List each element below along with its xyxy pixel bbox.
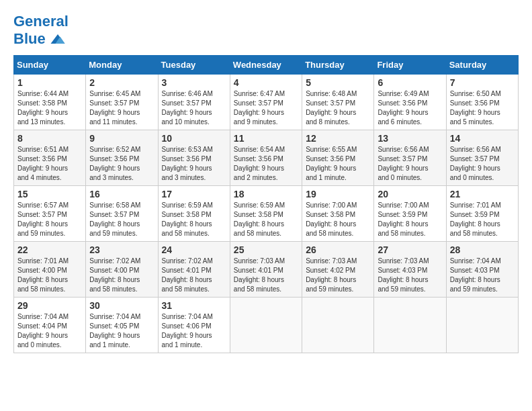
calendar-cell: 3Sunrise: 6:46 AM Sunset: 3:57 PM Daylig… [158, 75, 230, 130]
day-number: 15 [17, 189, 82, 199]
week-row-3: 15Sunrise: 6:57 AM Sunset: 3:57 PM Dayli… [14, 186, 519, 242]
day-info: Sunrise: 7:02 AM Sunset: 4:00 PM Dayligh… [89, 257, 154, 294]
day-number: 2 [89, 77, 154, 88]
calendar-cell: 16Sunrise: 6:58 AM Sunset: 3:57 PM Dayli… [86, 186, 158, 242]
day-info: Sunrise: 6:47 AM Sunset: 3:57 PM Dayligh… [234, 89, 298, 127]
day-number: 16 [89, 189, 154, 199]
day-info: Sunrise: 6:59 AM Sunset: 3:58 PM Dayligh… [162, 201, 226, 238]
calendar-cell: 25Sunrise: 7:03 AM Sunset: 4:01 PM Dayli… [230, 242, 302, 298]
day-info: Sunrise: 6:48 AM Sunset: 3:57 PM Dayligh… [306, 89, 370, 127]
day-number: 12 [306, 133, 370, 144]
calendar-cell: 28Sunrise: 7:04 AM Sunset: 4:03 PM Dayli… [446, 242, 518, 298]
day-number: 30 [89, 300, 154, 311]
week-row-5: 29Sunrise: 7:04 AM Sunset: 4:04 PM Dayli… [14, 298, 519, 353]
calendar-cell: 5Sunrise: 6:48 AM Sunset: 3:57 PM Daylig… [302, 75, 374, 130]
day-info: Sunrise: 7:03 AM Sunset: 4:01 PM Dayligh… [234, 257, 298, 294]
day-number: 25 [234, 244, 298, 255]
day-info: Sunrise: 6:44 AM Sunset: 3:58 PM Dayligh… [17, 89, 82, 127]
logo-text-blue: Blue [13, 31, 46, 47]
calendar-table: SundayMondayTuesdayWednesdayThursdayFrid… [13, 55, 519, 353]
day-number: 7 [450, 77, 515, 88]
calendar-cell: 14Sunrise: 6:56 AM Sunset: 3:57 PM Dayli… [446, 130, 518, 186]
calendar-cell: 27Sunrise: 7:03 AM Sunset: 4:03 PM Dayli… [374, 242, 446, 298]
day-info: Sunrise: 7:03 AM Sunset: 4:03 PM Dayligh… [378, 257, 442, 294]
calendar-cell: 23Sunrise: 7:02 AM Sunset: 4:00 PM Dayli… [86, 242, 158, 298]
calendar-cell: 21Sunrise: 7:01 AM Sunset: 3:59 PM Dayli… [446, 186, 518, 242]
day-info: Sunrise: 6:51 AM Sunset: 3:56 PM Dayligh… [17, 145, 82, 183]
day-number: 6 [378, 77, 442, 88]
calendar-cell: 19Sunrise: 7:00 AM Sunset: 3:58 PM Dayli… [302, 186, 374, 242]
calendar-cell: 29Sunrise: 7:04 AM Sunset: 4:04 PM Dayli… [14, 298, 86, 353]
day-info: Sunrise: 6:54 AM Sunset: 3:56 PM Dayligh… [234, 145, 298, 183]
day-number: 10 [162, 133, 226, 144]
header-row: SundayMondayTuesdayWednesdayThursdayFrid… [14, 56, 519, 75]
day-number: 27 [378, 244, 442, 255]
calendar-cell: 6Sunrise: 6:49 AM Sunset: 3:56 PM Daylig… [374, 75, 446, 130]
calendar-cell: 10Sunrise: 6:53 AM Sunset: 3:56 PM Dayli… [158, 130, 230, 186]
calendar-cell: 22Sunrise: 7:01 AM Sunset: 4:00 PM Dayli… [14, 242, 86, 298]
day-info: Sunrise: 7:00 AM Sunset: 3:58 PM Dayligh… [306, 201, 370, 238]
calendar-cell: 2Sunrise: 6:45 AM Sunset: 3:57 PM Daylig… [86, 75, 158, 130]
day-number: 26 [306, 244, 370, 255]
day-number: 19 [306, 189, 370, 199]
day-info: Sunrise: 6:56 AM Sunset: 3:57 PM Dayligh… [378, 145, 442, 183]
calendar-cell [374, 298, 446, 353]
day-info: Sunrise: 6:56 AM Sunset: 3:57 PM Dayligh… [450, 145, 515, 183]
calendar-cell [302, 298, 374, 353]
day-info: Sunrise: 6:53 AM Sunset: 3:56 PM Dayligh… [162, 145, 226, 183]
day-number: 20 [378, 189, 442, 199]
day-number: 17 [162, 189, 226, 199]
day-number: 9 [89, 133, 154, 144]
day-info: Sunrise: 6:45 AM Sunset: 3:57 PM Dayligh… [89, 89, 154, 127]
week-row-4: 22Sunrise: 7:01 AM Sunset: 4:00 PM Dayli… [14, 242, 519, 298]
logo: General Blue [13, 13, 69, 48]
day-number: 4 [234, 77, 298, 88]
calendar-cell: 9Sunrise: 6:52 AM Sunset: 3:56 PM Daylig… [86, 130, 158, 186]
calendar-body: 1Sunrise: 6:44 AM Sunset: 3:58 PM Daylig… [14, 75, 519, 353]
day-info: Sunrise: 7:01 AM Sunset: 3:59 PM Dayligh… [450, 201, 515, 238]
header-day-sunday: Sunday [14, 56, 86, 75]
day-info: Sunrise: 7:00 AM Sunset: 3:59 PM Dayligh… [378, 201, 442, 238]
day-info: Sunrise: 7:02 AM Sunset: 4:01 PM Dayligh… [162, 257, 226, 294]
day-number: 18 [234, 189, 298, 199]
calendar-header: SundayMondayTuesdayWednesdayThursdayFrid… [14, 56, 519, 75]
day-info: Sunrise: 6:55 AM Sunset: 3:56 PM Dayligh… [306, 145, 370, 183]
calendar-cell: 7Sunrise: 6:50 AM Sunset: 3:56 PM Daylig… [446, 75, 518, 130]
day-info: Sunrise: 6:46 AM Sunset: 3:57 PM Dayligh… [162, 89, 226, 127]
calendar-cell: 8Sunrise: 6:51 AM Sunset: 3:56 PM Daylig… [14, 130, 86, 186]
day-info: Sunrise: 6:52 AM Sunset: 3:56 PM Dayligh… [89, 145, 154, 183]
logo-icon [48, 30, 67, 48]
week-row-1: 1Sunrise: 6:44 AM Sunset: 3:58 PM Daylig… [14, 75, 519, 130]
calendar-cell: 13Sunrise: 6:56 AM Sunset: 3:57 PM Dayli… [374, 130, 446, 186]
day-number: 22 [17, 244, 82, 255]
calendar-cell: 17Sunrise: 6:59 AM Sunset: 3:58 PM Dayli… [158, 186, 230, 242]
calendar-cell: 11Sunrise: 6:54 AM Sunset: 3:56 PM Dayli… [230, 130, 302, 186]
day-number: 31 [162, 300, 226, 311]
day-info: Sunrise: 6:50 AM Sunset: 3:56 PM Dayligh… [450, 89, 515, 127]
day-number: 5 [306, 77, 370, 88]
header-day-thursday: Thursday [302, 56, 374, 75]
day-number: 3 [162, 77, 226, 88]
week-row-2: 8Sunrise: 6:51 AM Sunset: 3:56 PM Daylig… [14, 130, 519, 186]
calendar-cell: 30Sunrise: 7:04 AM Sunset: 4:05 PM Dayli… [86, 298, 158, 353]
page-header: General Blue [13, 13, 519, 48]
day-number: 8 [17, 133, 82, 144]
calendar-cell: 12Sunrise: 6:55 AM Sunset: 3:56 PM Dayli… [302, 130, 374, 186]
day-number: 24 [162, 244, 226, 255]
day-info: Sunrise: 6:59 AM Sunset: 3:58 PM Dayligh… [234, 201, 298, 238]
header-day-monday: Monday [86, 56, 158, 75]
calendar-cell: 20Sunrise: 7:00 AM Sunset: 3:59 PM Dayli… [374, 186, 446, 242]
calendar-cell: 24Sunrise: 7:02 AM Sunset: 4:01 PM Dayli… [158, 242, 230, 298]
day-number: 14 [450, 133, 515, 144]
calendar-cell: 1Sunrise: 6:44 AM Sunset: 3:58 PM Daylig… [14, 75, 86, 130]
day-number: 21 [450, 189, 515, 199]
logo-text: General [13, 13, 69, 30]
header-day-tuesday: Tuesday [158, 56, 230, 75]
calendar-cell: 26Sunrise: 7:03 AM Sunset: 4:02 PM Dayli… [302, 242, 374, 298]
calendar-cell: 31Sunrise: 7:04 AM Sunset: 4:06 PM Dayli… [158, 298, 230, 353]
calendar-cell [446, 298, 518, 353]
day-info: Sunrise: 7:04 AM Sunset: 4:03 PM Dayligh… [450, 257, 515, 294]
day-info: Sunrise: 6:58 AM Sunset: 3:57 PM Dayligh… [89, 201, 154, 238]
header-day-friday: Friday [374, 56, 446, 75]
calendar-cell: 15Sunrise: 6:57 AM Sunset: 3:57 PM Dayli… [14, 186, 86, 242]
